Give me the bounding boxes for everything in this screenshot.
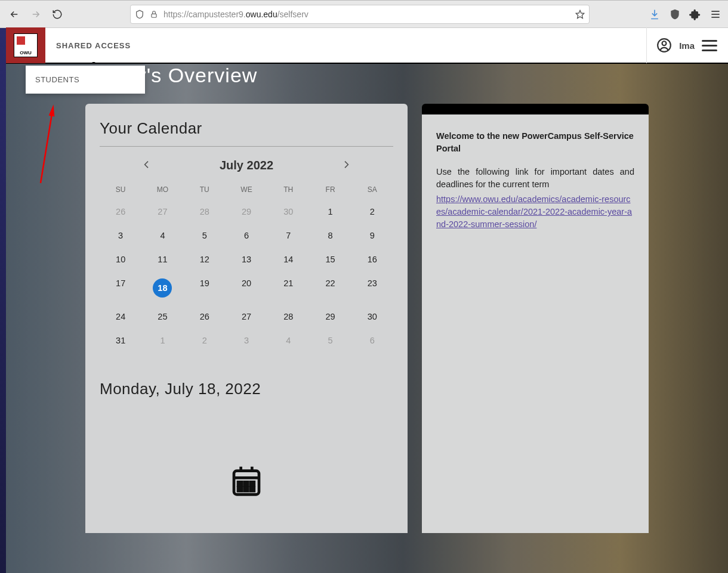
calendar-day[interactable]: 26 — [184, 305, 226, 329]
calendar-day[interactable]: 6 — [351, 329, 393, 352]
calendar-day[interactable]: 12 — [184, 247, 226, 271]
dropdown-item-students[interactable]: STUDENTS — [26, 66, 145, 94]
calendar-day[interactable]: 29 — [226, 200, 267, 224]
svg-rect-17 — [245, 488, 248, 491]
url-bar[interactable]: https://campustester9.owu.edu/selfserv — [130, 5, 590, 24]
calendar-dow-header: MO — [141, 181, 183, 200]
calendar-day[interactable]: 29 — [309, 305, 351, 329]
calendar-month-label: July 2022 — [220, 159, 273, 172]
calendar-day[interactable]: 5 — [184, 224, 226, 247]
reload-button[interactable] — [49, 6, 66, 23]
calendar-deadlines-link[interactable]: https://www.owu.edu/academics/academic-r… — [436, 194, 632, 229]
calendar-day[interactable]: 6 — [226, 224, 267, 247]
browser-toolbar: https://campustester9.owu.edu/selfserv — [0, 0, 728, 28]
extension-puzzle-icon[interactable] — [689, 8, 702, 21]
ublock-shield-icon[interactable] — [668, 8, 681, 21]
user-avatar-icon[interactable] — [656, 38, 672, 53]
calendar-day[interactable]: 1 — [309, 200, 351, 224]
annotation-arrow — [36, 106, 60, 191]
owu-logo-inner: OWU — [14, 33, 38, 57]
url-host: owu.edu — [246, 10, 277, 19]
calendar-day[interactable]: 25 — [141, 305, 183, 329]
next-month-button[interactable] — [339, 159, 353, 172]
calendar-day[interactable]: 28 — [184, 200, 226, 224]
calendar-heading: Your Calendar — [100, 119, 393, 138]
calendar-day[interactable]: 1 — [141, 329, 183, 352]
svg-line-8 — [41, 110, 53, 183]
calendar-day[interactable]: 7 — [267, 224, 309, 247]
calendar-day[interactable]: 2 — [351, 200, 393, 224]
calendar-day[interactable]: 5 — [309, 329, 351, 352]
calendar-day[interactable]: 4 — [267, 329, 309, 352]
logo-text: OWU — [20, 50, 32, 55]
divider — [100, 146, 393, 147]
welcome-heading: Welcome to the new PowerCampus Self-Serv… — [436, 130, 634, 155]
calendar-day[interactable]: 18 — [141, 271, 183, 305]
selected-date-label: Monday, July 18, 2022 — [100, 380, 393, 398]
forward-button[interactable] — [27, 6, 44, 23]
url-text: https://campustester9.owu.edu/selfserv — [164, 10, 570, 19]
svg-rect-0 — [152, 14, 156, 17]
url-path: /selfserv — [277, 10, 309, 19]
calendar-dow-header: TH — [267, 181, 309, 200]
announcement-text: Use the following link for important dat… — [436, 166, 634, 191]
calendar-day[interactable]: 21 — [267, 271, 309, 305]
calendar-day[interactable]: 30 — [267, 200, 309, 224]
calendar-day[interactable]: 26 — [100, 200, 141, 224]
calendar-day[interactable]: 27 — [141, 200, 183, 224]
calendar-day[interactable]: 8 — [309, 224, 351, 247]
page-title: Today's Overview — [90, 64, 728, 87]
calendar-day[interactable]: 23 — [351, 271, 393, 305]
shared-access-dropdown: STUDENTS — [26, 66, 145, 94]
user-area: Ima — [646, 27, 728, 63]
calendar-dow-header: SU — [100, 181, 141, 200]
back-button[interactable] — [6, 6, 23, 23]
bookmark-star-icon[interactable] — [575, 10, 585, 19]
calendar-day[interactable]: 17 — [100, 271, 141, 305]
calendar-day[interactable]: 30 — [351, 305, 393, 329]
browser-right-icons — [648, 8, 722, 21]
svg-rect-15 — [251, 482, 254, 485]
user-name[interactable]: Ima — [679, 41, 695, 51]
lock-icon — [149, 10, 159, 19]
calendar-month-nav: July 2022 — [100, 159, 393, 172]
calendar-day[interactable]: 4 — [141, 224, 183, 247]
calendar-day[interactable]: 13 — [226, 247, 267, 271]
shield-icon — [135, 10, 144, 19]
announcements-card: Welcome to the new PowerCampus Self-Serv… — [422, 104, 649, 533]
svg-marker-1 — [576, 10, 584, 18]
calendar-day[interactable]: 28 — [267, 305, 309, 329]
hero-section: Today's Overview Your Calendar July 2022… — [6, 64, 728, 573]
calendar-day[interactable]: 16 — [351, 247, 393, 271]
calendar-day[interactable]: 2 — [184, 329, 226, 352]
calendar-grid: SUMOTUWETHFRSA26272829301234567891011121… — [100, 181, 393, 352]
calendar-day[interactable]: 3 — [226, 329, 267, 352]
calendar-day[interactable]: 10 — [100, 247, 141, 271]
main-menu-button[interactable] — [702, 40, 717, 51]
svg-rect-13 — [238, 482, 242, 485]
nav-shared-access-label: SHARED ACCESS — [56, 41, 131, 50]
calendar-day[interactable]: 24 — [100, 305, 141, 329]
calendar-day[interactable]: 3 — [100, 224, 141, 247]
nav-shared-access[interactable]: SHARED ACCESS — [45, 27, 141, 63]
calendar-dow-header: TU — [184, 181, 226, 200]
url-prefix: https://campustester9. — [164, 10, 246, 19]
download-icon[interactable] — [648, 8, 661, 21]
svg-rect-18 — [251, 488, 254, 491]
calendar-day[interactable]: 11 — [141, 247, 183, 271]
calendar-dow-header: SA — [351, 181, 393, 200]
calendar-day[interactable]: 19 — [184, 271, 226, 305]
app-menu-icon[interactable] — [709, 8, 722, 21]
calendar-day[interactable]: 9 — [351, 224, 393, 247]
calendar-day[interactable]: 27 — [226, 305, 267, 329]
calendar-day[interactable]: 15 — [309, 247, 351, 271]
prev-month-button[interactable] — [140, 159, 154, 172]
calendar-day[interactable]: 20 — [226, 271, 267, 305]
svg-rect-16 — [238, 488, 242, 491]
owu-logo[interactable]: OWU — [6, 27, 45, 63]
left-accent-strip — [0, 28, 6, 573]
calendar-day[interactable]: 22 — [309, 271, 351, 305]
calendar-day[interactable]: 14 — [267, 247, 309, 271]
calendar-day[interactable]: 31 — [100, 329, 141, 352]
app-header: OWU SHARED ACCESS Ima — [6, 28, 728, 64]
